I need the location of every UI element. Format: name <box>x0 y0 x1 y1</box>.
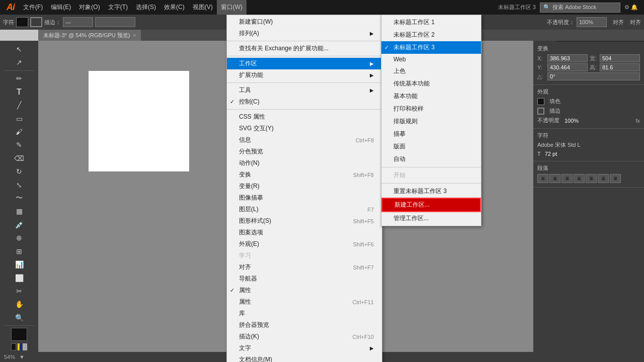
menu-workspace[interactable]: 工作区 ▶ <box>227 58 382 69</box>
canvas-tab-close[interactable]: × <box>133 33 136 38</box>
x-value[interactable]: 386.963 <box>547 54 588 62</box>
stock-search-bar[interactable]: 🔍 搜索 Adobe Stock <box>540 3 620 13</box>
menu-animation[interactable]: 动作(N) <box>227 157 382 169</box>
ws-item-3[interactable]: 未标题工作区 3 <box>381 41 481 54</box>
menu-arrange[interactable]: 排列(A) ▶ <box>227 28 382 39</box>
menu-css[interactable]: CSS 属性 <box>227 111 382 123</box>
font-name-display[interactable]: Adobe 宋体 Std L <box>537 141 581 149</box>
ws-item-2[interactable]: 未标题工作区 2 <box>381 29 481 41</box>
zoom-level[interactable]: 54% <box>4 354 15 360</box>
opacity-value-panel[interactable]: 100% <box>565 118 579 124</box>
align-left-btn[interactable]: ≡ <box>537 174 548 183</box>
slice-tool[interactable]: ✂ <box>11 285 27 297</box>
shape-tool[interactable]: ▭ <box>11 112 27 125</box>
menu-docinfo[interactable]: 文档信息(M) <box>227 354 382 362</box>
menu-layers[interactable]: 图层(L) F7 <box>227 204 382 215</box>
menu-effect[interactable]: 效果(C) <box>160 0 189 15</box>
menu-text-submenu[interactable]: 文字 ▶ <box>227 342 382 354</box>
type-tool[interactable]: T <box>11 85 27 98</box>
none-toggle[interactable] <box>23 343 27 350</box>
angle-value[interactable]: 0° <box>547 72 640 80</box>
menu-imgtrace[interactable]: 图像描摹 <box>227 192 382 204</box>
fill-color-swatch[interactable] <box>16 17 28 27</box>
stroke-value[interactable]: — <box>63 17 93 27</box>
menu-view[interactable]: 视图(V) <box>189 0 217 15</box>
menu-text[interactable]: 文字(T) <box>104 0 132 15</box>
align-center2-btn[interactable]: ≡ <box>598 174 609 183</box>
y-value[interactable]: 430.464 <box>547 63 588 71</box>
align-center-btn[interactable]: ≡ <box>549 174 560 183</box>
menu-colorsep[interactable]: 分色预览 <box>227 146 382 157</box>
blend-tool[interactable]: ⊕ <box>11 232 27 244</box>
menu-new-window[interactable]: 新建窗口(W) <box>227 16 382 28</box>
menu-align[interactable]: 对齐 Shift+F7 <box>227 261 382 273</box>
menu-extensions[interactable]: 扩展功能 ▶ <box>227 69 382 81</box>
ws-item-essentials[interactable]: 基本功能 <box>381 90 481 103</box>
scale-tool[interactable]: ⤡ <box>11 178 27 191</box>
ws-item-essentials-classic[interactable]: 传统基本功能 <box>381 77 481 90</box>
ws-item-1[interactable]: 未标题工作区 1 <box>381 16 481 29</box>
ws-item-start[interactable]: 开始 <box>381 169 481 182</box>
ws-item-typography[interactable]: 排版规则 <box>381 115 481 128</box>
zoom-dropdown-icon[interactable]: ▼ <box>19 354 25 360</box>
rotate-tool[interactable]: ↻ <box>11 165 27 178</box>
menu-pathfinder[interactable]: 拼合器预览 <box>227 319 382 331</box>
canvas-tab[interactable]: 未标题-3* @ 54% (RGB/GPU 预览) × <box>38 30 141 41</box>
height-value[interactable]: 81.6 <box>600 63 640 71</box>
fill-swatch[interactable] <box>537 98 544 105</box>
symbolspray-tool[interactable]: ⊞ <box>11 245 27 257</box>
justify-all-btn[interactable]: ≡ <box>586 174 597 183</box>
ws-item-auto[interactable]: 自动 <box>381 153 481 165</box>
menu-exchange[interactable]: 查找有关 Exchange 的扩展功能... <box>227 43 382 54</box>
menu-control[interactable]: 控制(C) <box>227 96 382 108</box>
menu-appearance[interactable]: 外观(E) Shift+F6 <box>227 238 382 250</box>
paintbrush-tool[interactable]: 🖌 <box>11 125 27 138</box>
color-toggle[interactable] <box>17 343 22 350</box>
menu-variables[interactable]: 变量(R) <box>227 180 382 192</box>
menu-transform[interactable]: 变换 Shift+F8 <box>227 169 382 180</box>
gradient-tool[interactable]: ▦ <box>11 205 27 218</box>
hand-tool[interactable]: ✋ <box>11 298 27 311</box>
menu-graphic-styles[interactable]: 图形样式(S) Shift+F5 <box>227 215 382 227</box>
ws-item-web[interactable]: Web <box>381 54 481 65</box>
warp-tool[interactable]: 〜 <box>11 192 27 204</box>
style-select[interactable] <box>95 17 135 27</box>
zoom-tool[interactable]: 🔍 <box>11 311 27 324</box>
menu-window[interactable]: 窗口(W) <box>217 0 247 15</box>
swap-colors[interactable] <box>11 343 16 350</box>
ws-item-manage[interactable]: 管理工作区... <box>381 212 481 225</box>
width-value[interactable]: 504 <box>600 54 640 62</box>
menu-learn[interactable]: 学习 <box>227 250 382 261</box>
artboard-tool[interactable]: ⬜ <box>11 272 27 284</box>
menu-file[interactable]: 文件(F) <box>19 0 47 15</box>
line-tool[interactable]: ╱ <box>11 99 27 112</box>
menu-attributes[interactable]: 属性 Ctrl+F11 <box>227 296 382 308</box>
menu-info[interactable]: 信息 Ctrl+F8 <box>227 134 382 146</box>
ws-item-layout[interactable]: 版面 <box>381 140 481 153</box>
column-graph-tool[interactable]: 📊 <box>11 258 27 270</box>
align-right-btn[interactable]: ≡ <box>561 174 573 183</box>
eyedropper-tool[interactable]: 💉 <box>11 218 27 231</box>
ws-item-new[interactable]: 新建工作区... <box>381 198 481 212</box>
eraser-tool[interactable]: ⌫ <box>11 152 27 164</box>
selection-tool[interactable]: ↖ <box>11 43 27 55</box>
menu-properties[interactable]: 属性 <box>227 285 382 296</box>
fx-button[interactable]: fx <box>635 118 640 124</box>
stroke-color-swatch[interactable] <box>537 108 544 115</box>
fill-color-box[interactable] <box>11 328 27 341</box>
menu-svg[interactable]: SVG 交互(Y) <box>227 123 382 134</box>
justify-btn[interactable]: ≡ <box>574 174 585 183</box>
menu-select[interactable]: 选择(S) <box>132 0 160 15</box>
ws-item-reset[interactable]: 重置未标题工作区 3 <box>381 185 481 198</box>
align-right2-btn[interactable]: ≡ <box>610 174 621 183</box>
menu-stroke[interactable]: 描边(K) Ctrl+F10 <box>227 331 382 342</box>
pen-tool[interactable]: ✏ <box>11 72 27 85</box>
menu-tools[interactable]: 工具 ▶ <box>227 84 382 96</box>
menu-pattern-options[interactable]: 图案选项 <box>227 227 382 238</box>
menu-edit[interactable]: 编辑(E) <box>47 0 75 15</box>
menu-object[interactable]: 对象(O) <box>75 0 104 15</box>
menu-library[interactable]: 库 <box>227 308 382 319</box>
direct-select-tool[interactable]: ↗ <box>11 56 27 68</box>
stroke-swatch[interactable] <box>30 17 42 27</box>
ws-item-tracing[interactable]: 描摹 <box>381 128 481 140</box>
